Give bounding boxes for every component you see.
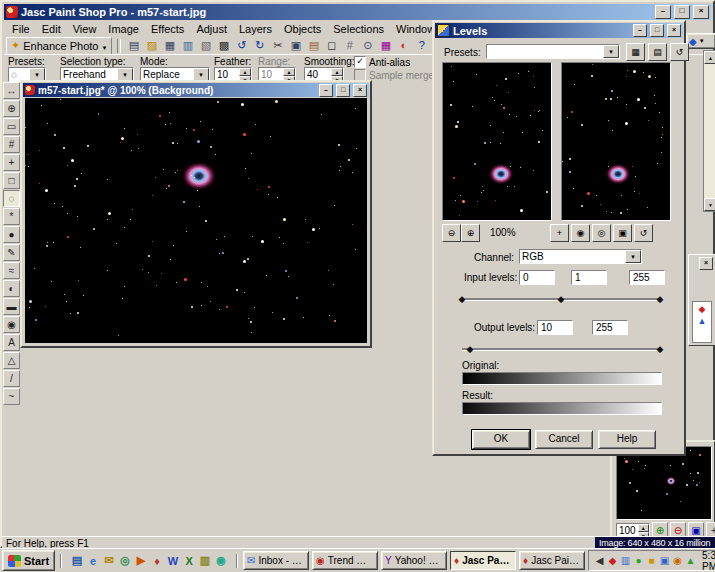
show-desktop-icon[interactable]: ▤	[70, 554, 84, 568]
minimize-button[interactable]: –	[655, 5, 671, 19]
input-low-handle[interactable]	[459, 292, 466, 304]
input-levels-slider[interactable]	[462, 294, 660, 304]
zoom-tool[interactable]: ⊕	[3, 100, 20, 117]
print-icon[interactable]: ▩	[216, 38, 231, 53]
proof-button[interactable]: ◉	[571, 224, 590, 242]
cancel-button[interactable]: Cancel	[535, 430, 593, 449]
help-icon[interactable]: ?	[414, 38, 429, 53]
cut-icon[interactable]: ✂	[270, 38, 285, 53]
input-low-field[interactable]: 0	[519, 270, 555, 285]
menu-selections[interactable]: Selections	[327, 22, 390, 36]
channel-dropdown[interactable]: RGB	[519, 249, 642, 264]
menu-view[interactable]: View	[67, 22, 103, 36]
spin-up-icon[interactable]	[239, 68, 251, 76]
full-screen-preview-icon[interactable]: ◻	[324, 38, 339, 53]
menu-objects[interactable]: Objects	[278, 22, 327, 36]
picture-tube-tool[interactable]: ◉	[3, 316, 20, 333]
levels-preview-before[interactable]	[442, 62, 552, 221]
ok-button[interactable]: OK	[472, 430, 530, 449]
taskbar-task-2[interactable]: YYahoo! Group...	[381, 551, 447, 570]
image-canvas[interactable]	[25, 98, 367, 343]
psp-quicklaunch-icon[interactable]: ♦	[150, 554, 164, 568]
explorer-icon[interactable]: ◎	[118, 554, 132, 568]
checkbox-icon[interactable]	[354, 56, 366, 68]
input-gamma-field[interactable]: 1	[571, 270, 607, 285]
output-levels-slider[interactable]	[462, 344, 660, 354]
notepad-icon[interactable]: ▥	[198, 554, 212, 568]
save-preset-button[interactable]: ▦	[626, 43, 645, 61]
menu-edit[interactable]: Edit	[36, 22, 67, 36]
randomize-button[interactable]: ↺	[634, 224, 653, 242]
scroll-up-icon[interactable]	[704, 51, 715, 64]
menu-layers[interactable]: Layers	[233, 22, 278, 36]
delete-preset-button[interactable]: ▤	[648, 43, 667, 61]
copy-icon[interactable]: ▣	[288, 38, 303, 53]
file-new-icon[interactable]: ▤	[126, 38, 141, 53]
menu-effects[interactable]: Effects	[145, 22, 190, 36]
close-button[interactable]: ×	[353, 84, 367, 97]
spin-up-icon[interactable]	[638, 524, 649, 532]
ie-icon[interactable]: e	[86, 554, 100, 568]
taskbar-task-3[interactable]: ♦Jasc Paint S...	[450, 551, 516, 570]
overview-thumbnail[interactable]	[616, 446, 712, 520]
messenger-icon[interactable]: ◉	[214, 554, 228, 568]
move-tool[interactable]: +	[3, 154, 20, 171]
scroll-down-icon[interactable]	[704, 198, 715, 211]
paintbrush-tool[interactable]: ✎	[3, 244, 20, 261]
palette-scrollbar[interactable]	[703, 50, 715, 212]
output-high-handle[interactable]	[657, 342, 664, 354]
magic-wand-tool[interactable]: *	[3, 208, 20, 225]
pan-tool[interactable]: ↔	[3, 82, 20, 99]
freehand-selection-tool[interactable]: ◌	[3, 190, 20, 207]
paste-icon[interactable]: ▤	[306, 38, 321, 53]
taskbar-task-0[interactable]: ✉Inbox - Outlo...	[243, 551, 309, 570]
airbrush-tool[interactable]: ≈	[3, 262, 20, 279]
file-save-icon[interactable]: ▦	[162, 38, 177, 53]
media-player-icon[interactable]: ▶	[134, 554, 148, 568]
twain-acquire-icon[interactable]: ▧	[198, 38, 213, 53]
redo-icon[interactable]: ↻	[252, 38, 267, 53]
enhance-photo-button[interactable]: ✦ Enhance Photo	[6, 37, 112, 55]
word-icon[interactable]: W	[166, 554, 180, 568]
levels-presets-dropdown[interactable]	[486, 44, 620, 59]
zoom-100-icon[interactable]: ⊙	[360, 38, 375, 53]
output-high-field[interactable]: 255	[592, 320, 628, 335]
eraser-tool[interactable]: ▬	[3, 298, 20, 315]
maximize-button[interactable]: □	[336, 84, 350, 97]
dropper-tool[interactable]: ●	[3, 226, 20, 243]
maximize-button[interactable]: □	[650, 24, 664, 37]
reset-preset-button[interactable]: ↺	[670, 43, 689, 61]
navigate-button[interactable]: +	[550, 224, 569, 242]
zoom-in-button[interactable]: ⊕	[461, 224, 480, 242]
file-open-icon[interactable]: ▨	[144, 38, 159, 53]
close-button[interactable]: ×	[667, 24, 681, 37]
grid-icon[interactable]: #	[342, 38, 357, 53]
warp-brush-tool[interactable]: ~	[3, 388, 20, 405]
pen-tool[interactable]: /	[3, 370, 20, 387]
menu-adjust[interactable]: Adjust	[190, 22, 233, 36]
levels-preview-after[interactable]	[561, 62, 671, 221]
file-browse-icon[interactable]: ▥	[180, 38, 195, 53]
outlook-icon[interactable]: ✉	[102, 554, 116, 568]
input-gamma-handle[interactable]	[558, 292, 565, 304]
rollup-button[interactable]: –	[633, 24, 647, 37]
start-button[interactable]: Start	[2, 550, 55, 571]
undo-icon[interactable]: ↺	[234, 38, 249, 53]
help-button[interactable]: Help	[598, 430, 656, 449]
text-tool[interactable]: A	[3, 334, 20, 351]
selection-tool[interactable]: □	[3, 172, 20, 189]
input-high-field[interactable]: 255	[629, 270, 665, 285]
zoom-out-button[interactable]: ⊖	[442, 224, 461, 242]
minimize-button[interactable]: –	[319, 84, 333, 97]
preset-shapes-tool[interactable]: △	[3, 352, 20, 369]
taskbar-task-1[interactable]: ◉Trend Micro I...	[312, 551, 378, 570]
deform-tool[interactable]: ▭	[3, 118, 20, 135]
color-balance-icon[interactable]: ◐	[396, 38, 411, 53]
output-low-handle[interactable]	[466, 342, 473, 354]
palettes-icon[interactable]: ▦	[378, 38, 393, 53]
auto-proof-button[interactable]: ◎	[592, 224, 611, 242]
close-button[interactable]: ×	[693, 5, 709, 19]
input-high-handle[interactable]	[657, 292, 664, 304]
taskbar-task-4[interactable]: ♦Jasc Paint Sh...	[519, 551, 585, 570]
maximize-button[interactable]: □	[674, 5, 690, 19]
